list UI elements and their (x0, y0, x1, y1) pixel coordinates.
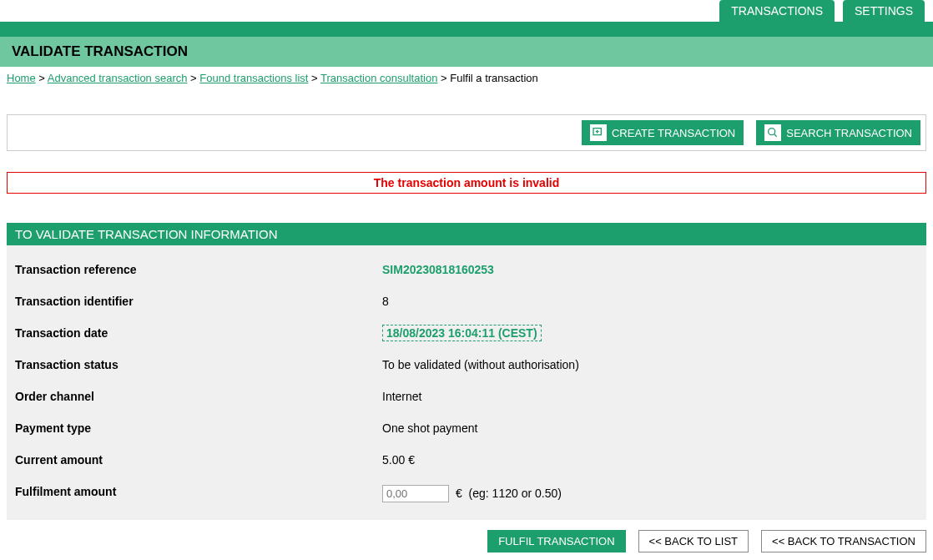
breadcrumb-home[interactable]: Home (7, 72, 36, 84)
value-identifier: 8 (382, 295, 389, 308)
value-status: To be validated (without authorisation) (382, 358, 579, 371)
value-channel: Internet (382, 390, 421, 403)
value-current-amount: 5.00 € (382, 453, 415, 467)
fulfilment-hint: (eg: 1120 or 0.50) (469, 487, 562, 500)
label-current-amount: Current amount (15, 453, 382, 467)
tab-settings[interactable]: SETTINGS (843, 0, 925, 22)
label-status: Transaction status (15, 358, 382, 371)
breadcrumb-consultation[interactable]: Transaction consultation (320, 72, 437, 84)
row-reference: Transaction reference SIM20230818160253 (7, 254, 926, 285)
row-identifier: Transaction identifier 8 (7, 285, 926, 317)
value-date: 18/08/2023 16:04:11 (CEST) (382, 325, 542, 341)
row-payment-type: Payment type One shot payment (7, 412, 926, 444)
fulfilment-amount-input[interactable] (382, 485, 449, 502)
label-identifier: Transaction identifier (15, 295, 382, 308)
label-payment-type: Payment type (15, 421, 382, 435)
bottom-actions: FULFIL TRANSACTION << BACK TO LIST << BA… (0, 520, 933, 559)
currency-symbol: € (456, 487, 462, 500)
value-payment-type: One shot payment (382, 421, 477, 435)
section-header: TO VALIDATE TRANSACTION INFORMATION (7, 223, 926, 245)
row-current-amount: Current amount 5.00 € (7, 444, 926, 476)
create-transaction-button[interactable]: CREATE TRANSACTION (582, 120, 744, 145)
label-channel: Order channel (15, 390, 382, 403)
value-reference: SIM20230818160253 (382, 263, 494, 276)
label-reference: Transaction reference (15, 263, 382, 276)
value-fulfilment-wrap: € (eg: 1120 or 0.50) (382, 485, 562, 502)
breadcrumb-advanced-search[interactable]: Advanced transaction search (48, 72, 188, 84)
back-to-transaction-button[interactable]: << BACK TO TRANSACTION (761, 530, 926, 552)
search-transaction-button[interactable]: SEARCH TRANSACTION (756, 120, 920, 145)
label-date: Transaction date (15, 326, 382, 340)
row-date: Transaction date 18/08/2023 16:04:11 (CE… (7, 317, 926, 349)
back-to-list-button[interactable]: << BACK TO LIST (638, 530, 749, 552)
search-icon (764, 124, 781, 141)
tab-transactions[interactable]: TRANSACTIONS (719, 0, 835, 22)
breadcrumb: Home > Advanced transaction search > Fou… (0, 67, 933, 89)
row-channel: Order channel Internet (7, 381, 926, 412)
breadcrumb-current: Fulfil a transaction (450, 72, 538, 84)
page-title: VALIDATE TRANSACTION (0, 37, 933, 67)
error-message: The transaction amount is invalid (7, 172, 926, 194)
fulfil-transaction-button[interactable]: FULFIL TRANSACTION (487, 530, 625, 552)
green-bar (0, 22, 933, 37)
row-status: Transaction status To be validated (with… (7, 349, 926, 381)
row-fulfilment: Fulfilment amount € (eg: 1120 or 0.50) (7, 476, 926, 512)
create-icon (590, 124, 607, 141)
label-fulfilment: Fulfilment amount (15, 485, 382, 502)
action-bar: CREATE TRANSACTION SEARCH TRANSACTION (7, 114, 926, 151)
breadcrumb-found-list[interactable]: Found transactions list (199, 72, 308, 84)
info-table: Transaction reference SIM20230818160253 … (7, 245, 926, 520)
